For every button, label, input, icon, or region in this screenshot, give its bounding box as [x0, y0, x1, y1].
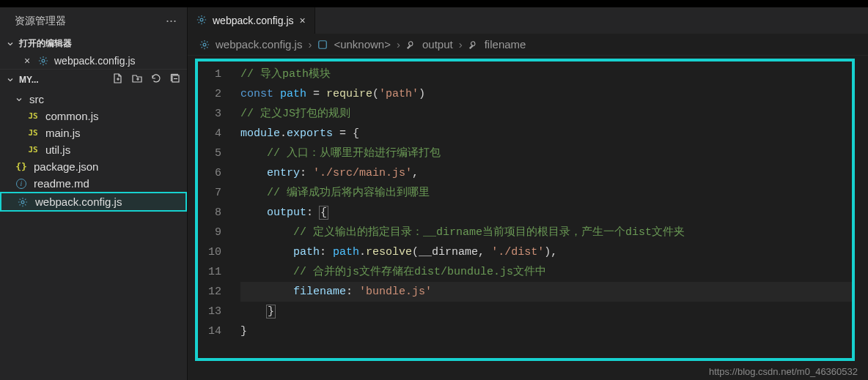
collapse-all-icon[interactable]	[169, 72, 181, 86]
code-content[interactable]: // 导入path模块const path = require('path')/…	[230, 62, 852, 358]
file-item[interactable]: ireadme.md	[0, 175, 187, 192]
tabbar: webpack.config.js×	[188, 7, 868, 34]
menubar	[0, 0, 868, 7]
svg-point-4	[203, 43, 206, 46]
file-item[interactable]: {}package.json	[0, 158, 187, 175]
code-line[interactable]: // 导入path模块	[240, 64, 852, 84]
chevron-down-icon	[6, 40, 15, 48]
gear-icon	[16, 197, 29, 207]
js-file-icon: JS	[26, 111, 40, 121]
code-line[interactable]: path: path.resolve(__dirname, './dist'),	[240, 242, 852, 262]
code-line[interactable]: // 编译成功后将内容输出到哪里	[240, 183, 852, 203]
symbol-icon	[317, 40, 328, 50]
editor-tab[interactable]: webpack.config.js×	[188, 7, 315, 34]
code-line[interactable]: // 定义JS打包的规则	[240, 104, 852, 124]
code-line[interactable]: filename: 'bundle.js'	[240, 282, 852, 302]
tree-item-label: common.js	[45, 110, 99, 122]
svg-point-0	[42, 59, 45, 62]
open-editors-label: 打开的编辑器	[19, 37, 72, 50]
js-file-icon: JS	[26, 145, 40, 154]
tree-item-label: util.js	[45, 144, 70, 156]
chevron-down-icon	[15, 95, 23, 104]
wrench-icon	[468, 40, 479, 50]
file-item[interactable]: JScommon.js	[0, 108, 187, 124]
code-line[interactable]: // 定义输出的指定目录：__dirname当前项目的根目录，产生一个dist文…	[240, 223, 852, 242]
file-tree: srcJScommon.jsJSmain.jsJSutil.js{}packag…	[0, 89, 187, 212]
refresh-icon[interactable]	[150, 72, 162, 86]
tree-item-label: main.js	[45, 127, 81, 139]
tree-item-label: src	[29, 93, 44, 105]
close-icon[interactable]: ×	[300, 15, 306, 26]
breadcrumbs[interactable]: webpack.config.js › <unknown> › output ›…	[188, 34, 868, 56]
js-file-icon: JS	[26, 128, 40, 138]
breadcrumb-file[interactable]: webpack.config.js	[216, 38, 302, 51]
file-item[interactable]: webpack.config.js	[0, 192, 187, 212]
code-line[interactable]: const path = require('path')	[240, 84, 852, 104]
file-item[interactable]: JSutil.js	[0, 141, 187, 158]
open-editors-list: ×webpack.config.js	[0, 53, 187, 69]
new-folder-icon[interactable]	[131, 72, 143, 86]
gear-icon	[199, 40, 210, 50]
more-icon[interactable]: ···	[166, 13, 177, 29]
gear-icon	[196, 15, 207, 27]
tree-item-label: readme.md	[34, 177, 89, 190]
breadcrumb-segment[interactable]: filename	[485, 38, 526, 51]
code-line[interactable]: // 入口：从哪里开始进行编译打包	[240, 144, 852, 163]
wrench-icon	[406, 40, 416, 50]
chevron-down-icon	[6, 75, 15, 84]
breadcrumb-segment[interactable]: output	[422, 38, 453, 51]
sidebar: 资源管理器 ··· 打开的编辑器 ×webpack.config.js MY..…	[0, 7, 188, 380]
watermark: https://blog.csdn.net/m0_46360532	[709, 366, 858, 377]
open-editor-label: webpack.config.js	[54, 55, 136, 67]
breadcrumb-segment[interactable]: <unknown>	[334, 38, 391, 51]
gear-icon	[37, 56, 50, 66]
code-line[interactable]: output: {	[240, 203, 852, 223]
code-line[interactable]: // 合并的js文件存储在dist/bundule.js文件中	[240, 262, 852, 282]
open-editor-item[interactable]: ×webpack.config.js	[3, 53, 187, 69]
info-icon: i	[15, 179, 28, 189]
code-line[interactable]: module.exports = {	[240, 124, 852, 144]
tab-label: webpack.config.js	[213, 15, 294, 26]
close-icon[interactable]: ×	[22, 55, 32, 67]
tree-item-label: package.json	[34, 160, 98, 173]
svg-point-2	[21, 201, 24, 204]
folder-name[interactable]: MY...	[19, 75, 39, 85]
file-item[interactable]: JSmain.js	[0, 124, 187, 141]
code-line[interactable]: }	[240, 302, 852, 321]
code-editor[interactable]: 1234567891011121314 // 导入path模块const pat…	[195, 59, 855, 361]
json-file-icon: {}	[15, 161, 28, 172]
chevron-right-icon: ›	[397, 38, 400, 51]
folder-item[interactable]: src	[0, 91, 187, 108]
chevron-right-icon: ›	[459, 38, 463, 51]
svg-point-3	[200, 18, 203, 21]
open-editors-header[interactable]: 打开的编辑器	[0, 34, 187, 53]
line-gutter: 1234567891011121314	[198, 62, 230, 358]
svg-rect-5	[319, 40, 327, 48]
code-line[interactable]: }	[240, 321, 852, 341]
new-file-icon[interactable]	[112, 72, 124, 86]
chevron-right-icon: ›	[308, 38, 312, 51]
sidebar-title: 资源管理器	[15, 15, 66, 28]
code-line[interactable]: entry: './src/main.js',	[240, 163, 852, 183]
tree-item-label: webpack.config.js	[35, 195, 122, 208]
